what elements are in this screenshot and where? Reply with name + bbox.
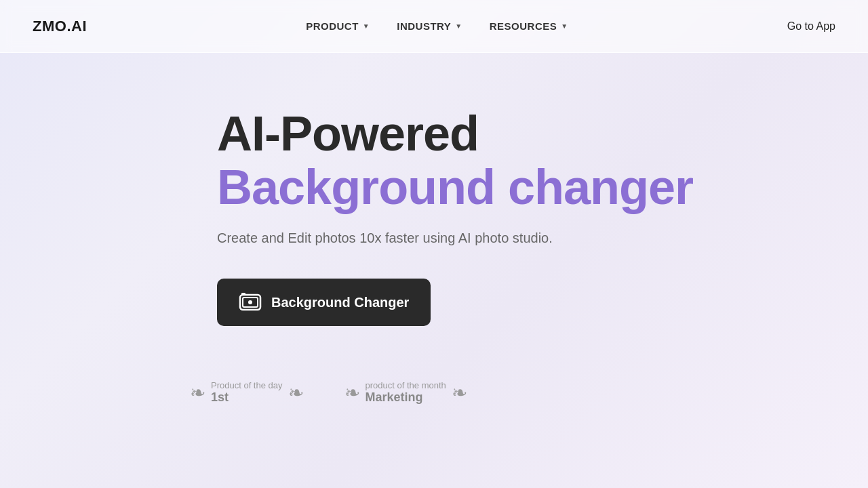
chevron-down-icon: ▼ xyxy=(455,22,462,30)
laurel-left-icon: ❧ xyxy=(190,382,205,404)
logo[interactable]: ZMO.AI xyxy=(33,18,87,35)
nav-industry-label: INDUSTRY xyxy=(397,20,451,32)
nav-resources-label: RESOURCES xyxy=(490,20,557,32)
badge-day-value: 1st xyxy=(211,390,229,405)
badge-month-label: product of the month xyxy=(366,380,446,390)
badge-product-month: ❧ product of the month Marketing ❧ xyxy=(344,380,467,405)
laurel-left-icon-2: ❧ xyxy=(344,382,360,404)
laurel-right-icon-2: ❧ xyxy=(452,382,467,404)
badge-month-value: Marketing xyxy=(366,390,423,405)
navbar: ZMO.AI PRODUCT ▼ INDUSTRY ▼ RESOURCES ▼ … xyxy=(0,0,868,53)
svg-point-2 xyxy=(248,300,252,304)
chevron-down-icon: ▼ xyxy=(561,22,568,30)
nav-product-label: PRODUCT xyxy=(306,20,359,32)
background-changer-label: Background Changer xyxy=(271,295,409,310)
nav-item-industry[interactable]: INDUSTRY ▼ xyxy=(397,20,462,32)
hero-subtitle: Create and Edit photos 10x faster using … xyxy=(217,230,553,246)
background-changer-icon xyxy=(239,291,262,314)
nav-center: PRODUCT ▼ INDUSTRY ▼ RESOURCES ▼ xyxy=(306,20,568,32)
go-to-app-button[interactable]: Go to App xyxy=(787,20,835,33)
badge-day-text: Product of the day 1st xyxy=(211,380,283,405)
badge-product-day: ❧ Product of the day 1st ❧ xyxy=(190,380,304,405)
badges-area: ❧ Product of the day 1st ❧ ❧ product of … xyxy=(190,380,467,405)
laurel-right-icon: ❧ xyxy=(288,382,304,404)
badge-month-text: product of the month Marketing xyxy=(366,380,446,405)
badge-day-label: Product of the day xyxy=(211,380,283,390)
hero-section: AI-Powered Background changer Create and… xyxy=(0,53,868,405)
nav-item-product[interactable]: PRODUCT ▼ xyxy=(306,20,370,32)
background-changer-button[interactable]: Background Changer xyxy=(217,279,431,326)
svg-rect-3 xyxy=(241,293,245,296)
chevron-down-icon: ▼ xyxy=(363,22,370,30)
nav-item-resources[interactable]: RESOURCES ▼ xyxy=(490,20,568,32)
hero-title-line1: AI-Powered xyxy=(217,107,479,161)
hero-title-line2: Background changer xyxy=(217,161,693,214)
